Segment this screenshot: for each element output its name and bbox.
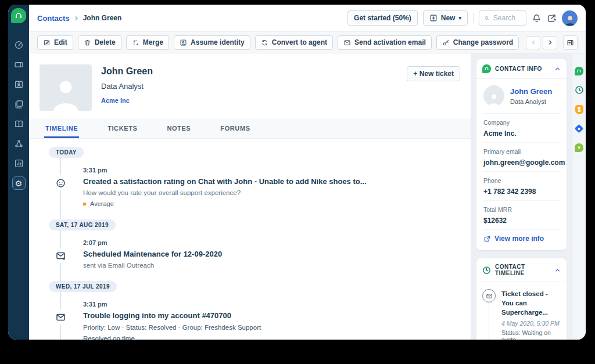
search-icon	[484, 15, 490, 22]
ct-entry-title[interactable]: Ticket closed - You can Supercharge...	[501, 289, 561, 317]
search-input[interactable]	[493, 14, 521, 22]
change-password-button[interactable]: Change password	[436, 35, 519, 50]
person-silhouette-icon	[47, 74, 84, 111]
entry-title[interactable]: Trouble logging into my account #470700	[83, 311, 461, 320]
breadcrumb-current: John Green	[83, 14, 122, 22]
tab-notes[interactable]: NOTES	[166, 118, 192, 138]
contact-timeline-body: Ticket closed - You can Supercharge... 4…	[476, 282, 567, 340]
new-button-label: New	[441, 14, 456, 22]
collapse-contact-info-icon[interactable]	[554, 66, 561, 72]
avatar-silhouette	[564, 13, 576, 26]
previous-record-button[interactable]	[526, 36, 540, 49]
search-box[interactable]	[479, 10, 526, 26]
entry-time: 3:31 pm	[83, 167, 461, 174]
timeline-date-badge: WED, 17 JUL 2019	[49, 281, 117, 292]
edit-button-label: Edit	[54, 38, 67, 46]
contact-info-person: John Green Data Analyst	[483, 85, 560, 114]
sidebar-nav: ⚙	[12, 38, 26, 190]
sidebar-item-tickets[interactable]	[12, 58, 26, 71]
topbar-divider	[473, 13, 474, 23]
change-password-button-label: Change password	[453, 38, 513, 46]
external-link-icon	[483, 235, 491, 243]
sidebar-item-community[interactable]	[12, 137, 26, 150]
timeline-date-badge: SAT, 17 AUG 2019	[49, 219, 116, 230]
chevron-right-icon	[547, 39, 553, 45]
top-bar: Contacts John Green Get started (50%) Ne…	[29, 5, 586, 32]
contact-timeline-card: CONTACT TIMELINE Ticket closed - You can…	[476, 258, 567, 340]
entry-rating: Average	[83, 200, 461, 207]
new-button[interactable]: New ▾	[423, 10, 468, 26]
tab-forums[interactable]: FORUMS	[219, 118, 251, 138]
send-activation-email-button-label: Send activation email	[354, 38, 426, 46]
segments-diamond-strip-icon[interactable]	[575, 124, 584, 133]
timeline-entry: 2:07 pm Scheduled Maintenance for 12-09-…	[83, 239, 461, 269]
toggle-panel-button[interactable]	[563, 35, 578, 50]
sidebar-item-dashboard[interactable]	[12, 38, 26, 52]
delete-button[interactable]: Delete	[78, 35, 121, 50]
user-avatar[interactable]	[562, 10, 578, 26]
sidebar-item-copies[interactable]	[12, 98, 26, 111]
collapse-contact-timeline-icon[interactable]	[554, 267, 561, 273]
gamification-badge-strip-icon[interactable]	[575, 104, 584, 114]
tab-timeline[interactable]: TIMELINE	[44, 118, 79, 138]
entry-title[interactable]: Scheduled Maintenance for 12-09-2020	[83, 250, 461, 258]
contact-info-name-link[interactable]: John Green	[510, 87, 552, 96]
assume-identity-button-label: Assume identity	[191, 38, 245, 46]
sidebar-item-settings[interactable]: ⚙	[12, 176, 26, 190]
assume-identity-button[interactable]: Assume identity	[174, 35, 250, 50]
ct-entry-date: 4 May 2020, 5:30 PM	[501, 320, 561, 327]
convert-to-agent-button[interactable]: Convert to agent	[255, 35, 333, 50]
field-label: Company	[483, 119, 560, 126]
delete-button-label: Delete	[95, 38, 116, 46]
timeline-clock-icon	[482, 266, 491, 275]
notifications-bell-icon[interactable]	[532, 13, 542, 23]
field-value: john.green@google.com	[483, 158, 560, 167]
whats-new-icon[interactable]	[547, 13, 557, 23]
ticket-icon	[14, 60, 24, 70]
next-record-button[interactable]	[543, 36, 557, 49]
timeline-entry: 3:31 pm Created a satisfaction rating on…	[83, 167, 461, 207]
field-phone: Phone +1 782 342 2398	[483, 172, 560, 201]
sidebar-item-contacts[interactable]	[12, 78, 26, 91]
merge-button[interactable]: Merge	[126, 35, 169, 50]
trash-icon	[84, 39, 91, 46]
sidebar-item-solutions[interactable]	[12, 117, 26, 131]
entry-resolution: Resolved on time	[83, 335, 461, 340]
contact-info-card: CONTACT INFO John Green Data Analyst	[476, 59, 567, 250]
edit-button[interactable]: Edit	[37, 35, 73, 50]
contact-timeline-header: CONTACT TIMELINE	[476, 258, 567, 282]
contact-company-link[interactable]: Acme Inc	[101, 97, 153, 104]
send-activation-email-button[interactable]: Send activation email	[338, 35, 432, 50]
freshdesk-mini-icon	[482, 64, 491, 73]
get-started-button[interactable]: Get started (50%)	[347, 10, 418, 26]
email-icon	[53, 309, 67, 325]
topbar-actions: Get started (50%) New ▾	[347, 10, 578, 26]
profile-header: John Green Data Analyst Acme Inc + New t…	[29, 53, 471, 118]
email-icon	[482, 289, 496, 302]
rating-label: Average	[90, 200, 114, 207]
contact-card-icon	[14, 80, 24, 89]
gear-icon: ⚙	[15, 179, 23, 188]
key-icon	[442, 39, 450, 46]
entry-time: 2:07 pm	[83, 239, 461, 246]
breadcrumb-contacts-link[interactable]: Contacts	[37, 14, 70, 23]
view-more-info-link[interactable]: View more info	[483, 235, 560, 243]
person-silhouette-icon	[486, 91, 501, 106]
entry-title[interactable]: Created a satisfaction rating on Chat wi…	[83, 177, 461, 186]
freshdesk-logo[interactable]	[11, 8, 26, 23]
tab-tickets[interactable]: TICKETS	[106, 118, 138, 138]
pages-icon	[14, 99, 24, 109]
entry-time: 3:31 pm	[83, 301, 461, 308]
action-toolbar: Edit Delete Merge Assume identity Conver…	[29, 32, 586, 53]
apps-strip: ♥	[572, 53, 586, 340]
marketing-heart-strip-icon[interactable]: ♥	[575, 143, 584, 152]
field-label: Total MRR	[483, 206, 560, 213]
new-ticket-button[interactable]: + New ticket	[407, 66, 460, 81]
timeline-group: WED, 17 JUL 2019 3:31 pm Trouble logging…	[29, 280, 471, 340]
field-primary-email: Primary email john.green@google.com	[483, 143, 560, 172]
contact-detail-section: John Green Data Analyst Acme Inc + New t…	[29, 53, 471, 340]
contact-timeline-clock-strip-icon[interactable]	[575, 85, 584, 95]
freshdesk-strip-icon[interactable]	[575, 66, 584, 75]
record-pager	[526, 35, 578, 50]
sidebar-item-analytics[interactable]	[12, 157, 26, 170]
